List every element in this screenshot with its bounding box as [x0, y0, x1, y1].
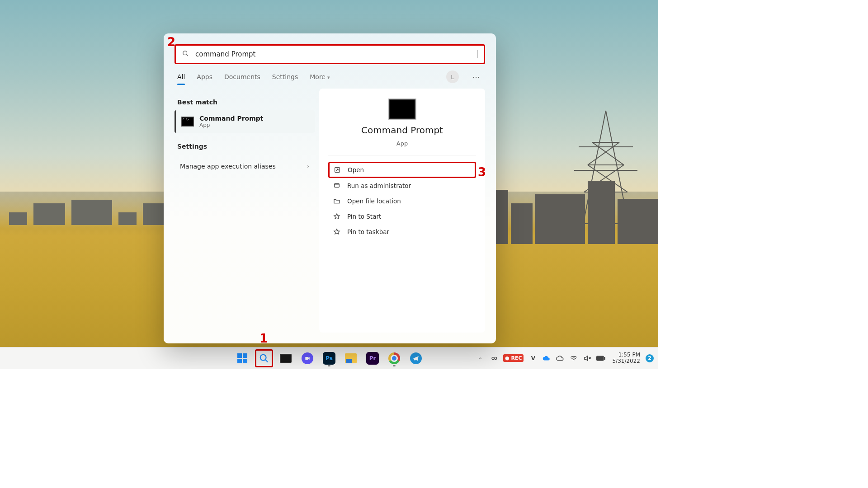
wallpaper-buildings	[476, 181, 658, 244]
annotation-3: 3	[478, 165, 486, 179]
taskbar-app-explorer[interactable]	[342, 349, 360, 367]
tray-clock[interactable]: 1:55 PM 5/31/2022	[612, 352, 640, 365]
user-avatar[interactable]: L	[446, 70, 459, 83]
tray-overflow-button[interactable]	[476, 354, 484, 362]
taskbar-app-photoshop[interactable]: Ps	[320, 349, 338, 367]
results-column: Best match Command Prompt App Settings M…	[175, 89, 315, 333]
taskbar-app-chrome[interactable]	[385, 349, 403, 367]
taskbar-search-button[interactable]	[255, 349, 273, 367]
tray-onedrive-icon[interactable]	[542, 354, 551, 362]
tab-documents[interactable]: Documents	[224, 70, 260, 83]
pin-icon	[333, 212, 341, 221]
settings-result-aliases[interactable]: Manage app execution aliases ›	[175, 158, 315, 174]
premiere-icon: Pr	[366, 352, 379, 365]
tab-more[interactable]: More▾	[310, 70, 330, 83]
search-tabs: All Apps Documents Settings More▾ L ⋯	[164, 64, 496, 83]
text-caret	[477, 50, 477, 58]
preview-kind: App	[396, 140, 408, 147]
start-button[interactable]	[233, 349, 251, 367]
action-pin-taskbar-label: Pin to taskbar	[347, 228, 389, 235]
tray-volume-icon[interactable]	[583, 354, 591, 362]
folder-icon	[345, 353, 357, 363]
chevron-up-icon	[477, 356, 483, 361]
best-match-result[interactable]: Command Prompt App	[175, 110, 315, 133]
svg-rect-6	[604, 357, 605, 359]
infinity-icon	[490, 355, 497, 362]
best-match-heading: Best match	[177, 99, 315, 106]
search-flyout: 2 All Apps Documents Settings More▾ L ⋯ …	[164, 33, 496, 343]
tab-more-label: More	[310, 73, 326, 80]
chevron-right-icon: ›	[307, 163, 309, 169]
chevron-down-icon: ▾	[327, 75, 330, 80]
tray-date: 5/31/2022	[612, 358, 640, 365]
taskbar-app-telegram[interactable]	[407, 349, 425, 367]
task-view-button[interactable]	[277, 349, 295, 367]
action-open-label: Open	[348, 166, 364, 174]
tray-cc-icon[interactable]	[490, 354, 498, 362]
best-match-title: Command Prompt	[199, 115, 263, 122]
action-open[interactable]: Open	[328, 162, 476, 178]
taskbar-app-premiere[interactable]: Pr	[363, 349, 382, 367]
search-input[interactable]	[194, 50, 472, 59]
camera-icon	[302, 352, 313, 364]
folder-icon	[333, 197, 341, 205]
preview-title: Command Prompt	[361, 125, 443, 136]
settings-heading: Settings	[177, 143, 315, 150]
tray-recorder-icon[interactable]: ● REC	[503, 354, 524, 362]
windows-icon	[237, 353, 247, 363]
pin-icon	[333, 228, 341, 236]
action-open-location-label: Open file location	[347, 197, 401, 205]
running-indicator	[328, 365, 330, 366]
battery-icon	[596, 355, 605, 361]
cloud-icon	[542, 354, 551, 362]
telegram-icon	[410, 352, 422, 364]
volume-mute-icon	[583, 354, 591, 362]
svg-point-0	[183, 51, 187, 55]
tray-time: 1:55 PM	[612, 352, 640, 358]
chrome-icon	[388, 352, 400, 364]
notification-count-badge[interactable]: 2	[646, 354, 654, 362]
cloud-icon	[556, 354, 564, 362]
action-pin-start-label: Pin to Start	[347, 213, 381, 220]
command-prompt-icon	[181, 117, 194, 127]
open-icon	[333, 166, 341, 174]
taskview-icon	[280, 354, 292, 363]
svg-point-3	[260, 354, 266, 360]
tray-rec-label: REC	[511, 355, 522, 361]
svg-rect-2	[335, 183, 340, 187]
tab-settings[interactable]: Settings	[272, 70, 298, 83]
taskbar: Ps Pr ● REC V	[0, 347, 658, 369]
action-pin-taskbar[interactable]: Pin to taskbar	[328, 224, 476, 239]
more-options-button[interactable]: ⋯	[471, 73, 482, 81]
photoshop-icon: Ps	[323, 352, 335, 365]
svg-rect-5	[598, 357, 603, 359]
shield-icon	[333, 182, 341, 190]
tab-apps[interactable]: Apps	[197, 70, 212, 83]
action-run-admin[interactable]: Run as administrator	[328, 178, 476, 193]
preview-actions: Open Run as administrator	[328, 162, 476, 239]
wifi-icon	[570, 354, 578, 362]
search-icon	[259, 353, 269, 363]
system-tray: ● REC V 1:55 PM 5/31/2022 2	[476, 352, 654, 365]
preview-header: Command Prompt App	[328, 99, 476, 155]
tray-weather-icon[interactable]	[556, 354, 564, 362]
tab-all[interactable]: All	[177, 70, 185, 83]
search-icon	[182, 50, 189, 59]
taskbar-center: Ps Pr	[233, 349, 425, 367]
command-prompt-large-icon	[388, 99, 416, 120]
action-run-admin-label: Run as administrator	[347, 182, 411, 189]
tray-battery-icon[interactable]	[597, 354, 605, 362]
tray-wifi-icon[interactable]	[570, 354, 578, 362]
preview-panel: 3 Command Prompt App Open	[319, 89, 485, 333]
action-open-location[interactable]: Open file location	[328, 193, 476, 209]
taskbar-app-meet[interactable]	[298, 349, 316, 367]
action-pin-start[interactable]: Pin to Start	[328, 209, 476, 224]
best-match-subtitle: App	[199, 122, 263, 128]
settings-result-label: Manage app execution aliases	[180, 163, 276, 170]
search-box[interactable]	[175, 44, 485, 64]
tray-v-icon[interactable]: V	[529, 354, 537, 362]
running-indicator	[393, 365, 396, 366]
